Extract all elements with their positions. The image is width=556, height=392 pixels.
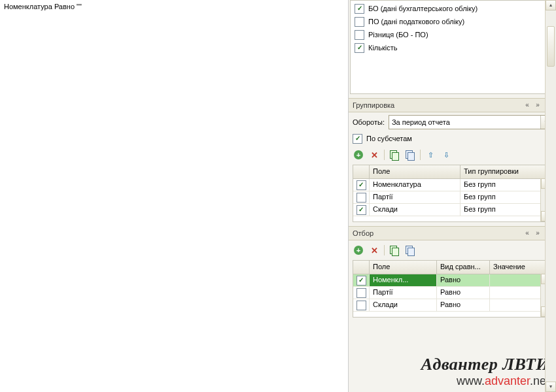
toolbar-separator — [420, 150, 421, 160]
toolbar-separator — [384, 150, 385, 160]
copy-button[interactable] — [389, 244, 400, 256]
cell-field[interactable]: Партії — [370, 287, 437, 299]
filter-toolbar: + ✕ — [349, 240, 556, 260]
plus-icon: + — [354, 150, 363, 159]
cell-type[interactable]: Без групп — [460, 191, 551, 203]
table-row[interactable]: СкладиРавно — [353, 299, 551, 312]
column-field[interactable]: Поле — [370, 165, 460, 178]
row-checkbox[interactable] — [356, 193, 366, 203]
section-collapse-right-icon[interactable]: » — [534, 229, 542, 237]
arrow-down-icon: ⇩ — [443, 151, 449, 159]
indicators-panel: БО (дані бухгалтерського обліку)ПО (дані… — [350, 0, 552, 94]
duplicate-icon — [406, 246, 415, 255]
section-collapse-left-icon[interactable]: « — [523, 229, 531, 237]
row-checkbox[interactable] — [356, 205, 366, 215]
pane-scrollbar[interactable]: ▴ ▾ — [545, 0, 556, 392]
settings-pane: БО (дані бухгалтерського обліку)ПО (дані… — [349, 0, 556, 392]
by-subaccounts-row[interactable]: По субсчетам — [349, 132, 556, 145]
delete-icon: ✕ — [371, 150, 378, 160]
turnovers-combo[interactable]: За период отчета ▼ — [389, 115, 552, 129]
indicator-checkbox[interactable] — [355, 43, 364, 53]
row-checkbox[interactable] — [356, 288, 366, 298]
plus-icon: + — [354, 246, 363, 255]
copy-icon — [390, 150, 399, 159]
indicator-label: Різниця (БО - ПО) — [368, 31, 428, 39]
cell-field[interactable]: Склади — [370, 299, 437, 311]
move-down-button[interactable]: ⇩ — [440, 149, 452, 161]
checkbox-header — [353, 261, 370, 274]
arrow-up-icon: ⇧ — [428, 151, 434, 159]
indicator-checkbox[interactable] — [355, 17, 364, 27]
scroll-down-icon[interactable]: ▾ — [546, 382, 556, 392]
cell-type[interactable]: Без групп — [460, 204, 551, 216]
column-group-type[interactable]: Тип группировки — [460, 165, 551, 178]
cell-field[interactable]: Номенклатура — [370, 179, 460, 191]
table-row[interactable]: НоменклатураБез групп — [353, 179, 551, 191]
copy-icon — [390, 246, 399, 255]
duplicate-button[interactable] — [404, 149, 416, 161]
cell-field[interactable]: Номенкл... — [370, 274, 437, 286]
copy-button[interactable] — [389, 149, 400, 161]
cell-compare[interactable]: Равно — [437, 299, 490, 311]
by-subaccounts-checkbox[interactable] — [353, 134, 362, 144]
add-button[interactable]: + — [353, 149, 364, 161]
table-row[interactable]: ПартіїРавно — [353, 287, 551, 299]
turnovers-value: За период отчета — [392, 118, 450, 126]
turnovers-label: Обороты: — [353, 118, 385, 126]
indicator-row[interactable]: Кількість — [353, 41, 549, 54]
grouping-toolbar: + ✕ ⇧ ⇩ — [349, 145, 556, 165]
section-collapse-right-icon[interactable]: » — [534, 101, 542, 109]
grouping-grid[interactable]: Поле Тип группировки НоменклатураБез гру… — [353, 165, 552, 222]
duplicate-icon — [406, 150, 415, 159]
scroll-thumb[interactable] — [547, 26, 555, 67]
filter-preview-pane: Номенклатура Равно "" — [0, 0, 349, 392]
column-value[interactable]: Значение — [490, 261, 551, 274]
scroll-up-icon[interactable]: ▴ — [546, 0, 556, 10]
cell-type[interactable]: Без групп — [460, 179, 551, 191]
duplicate-button[interactable] — [404, 244, 416, 256]
table-row[interactable]: СкладиБез групп — [353, 204, 551, 216]
indicator-checkbox[interactable] — [355, 30, 364, 40]
grouping-section-header[interactable]: Группировка « » ▾ — [349, 98, 556, 112]
filter-title: Отбор — [353, 229, 523, 237]
indicator-row[interactable]: БО (дані бухгалтерського обліку) — [353, 2, 549, 15]
delete-button[interactable]: ✕ — [368, 149, 380, 161]
delete-icon: ✕ — [371, 246, 378, 255]
grouping-title: Группировка — [353, 101, 523, 109]
filter-grid[interactable]: Поле Вид сравн... Значение Номенкл...Рав… — [353, 260, 552, 318]
turnovers-row: Обороты: За период отчета ▼ — [349, 112, 556, 132]
grouping-grid-header: Поле Тип группировки — [353, 165, 551, 179]
add-button[interactable]: + — [353, 244, 364, 256]
row-checkbox[interactable] — [356, 180, 366, 190]
column-compare[interactable]: Вид сравн... — [437, 261, 490, 274]
toolbar-separator — [384, 245, 385, 255]
row-checkbox[interactable] — [356, 276, 366, 286]
move-up-button[interactable]: ⇧ — [425, 149, 436, 161]
by-subaccounts-label: По субсчетам — [366, 135, 412, 142]
checkbox-header — [353, 165, 370, 178]
indicator-row[interactable]: ПО (дані податкового обліку) — [353, 15, 549, 28]
filter-grid-header: Поле Вид сравн... Значение — [353, 261, 551, 274]
table-row[interactable]: ПартіїБез групп — [353, 191, 551, 204]
section-collapse-left-icon[interactable]: « — [523, 101, 531, 109]
filter-section-header[interactable]: Отбор « » ▾ — [349, 226, 556, 240]
row-checkbox[interactable] — [356, 301, 366, 310]
filter-preview-text: Номенклатура Равно "" — [4, 3, 82, 10]
indicator-label: БО (дані бухгалтерського обліку) — [368, 5, 478, 12]
indicator-row[interactable]: Різниця (БО - ПО) — [353, 28, 549, 41]
cell-field[interactable]: Склади — [370, 204, 460, 216]
table-row[interactable]: Номенкл...Равно — [353, 274, 551, 287]
column-field[interactable]: Поле — [370, 261, 437, 274]
cell-compare[interactable]: Равно — [437, 287, 490, 299]
indicator-label: Кількість — [368, 44, 398, 52]
cell-field[interactable]: Партії — [370, 191, 460, 203]
cell-compare[interactable]: Равно — [437, 274, 490, 286]
indicator-checkbox[interactable] — [355, 4, 364, 14]
indicator-label: ПО (дані податкового обліку) — [368, 18, 464, 25]
delete-button[interactable]: ✕ — [368, 244, 380, 256]
